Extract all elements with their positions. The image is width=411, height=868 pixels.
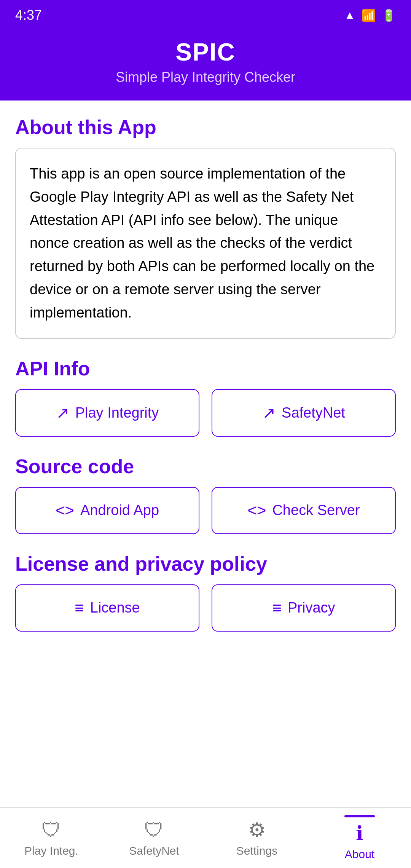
about-app-description: This app is an open source implementatio… — [30, 162, 381, 324]
status-icons: ▲ 📶 🔋 — [344, 9, 396, 22]
nav-play-integrity-icon: 🛡 — [41, 819, 61, 841]
main-content: About this App This app is an open sourc… — [0, 101, 411, 821]
license-privacy-section-title: License and privacy policy — [15, 552, 396, 575]
safetynet-button[interactable]: ↗ SafetyNet — [212, 389, 396, 437]
wifi-icon: ▲ — [344, 9, 355, 22]
battery-icon: 🔋 — [382, 9, 396, 22]
api-info-section-title: API Info — [15, 357, 396, 380]
license-button-label: License — [90, 600, 140, 616]
nav-safetynet-label: SafetyNet — [129, 844, 179, 857]
status-time: 4:37 — [15, 7, 42, 23]
safetynet-link-icon: ↗ — [262, 404, 276, 422]
license-button[interactable]: ≡ License — [15, 584, 199, 632]
nav-about[interactable]: ℹ About — [308, 808, 411, 868]
status-bar: 4:37 ▲ 📶 🔋 — [0, 0, 411, 30]
nav-about-label: About — [345, 848, 374, 861]
app-title: SPIC — [15, 38, 396, 66]
nav-safetynet-icon: 🛡 — [144, 819, 164, 841]
app-subtitle: Simple Play Integrity Checker — [15, 69, 396, 85]
privacy-button-label: Privacy — [288, 600, 335, 616]
nav-play-integrity[interactable]: 🛡 Play Integ. — [0, 808, 103, 868]
play-integrity-link-icon: ↗ — [56, 404, 69, 422]
check-server-code-icon: <> — [247, 501, 266, 520]
nav-safetynet[interactable]: 🛡 SafetyNet — [103, 808, 206, 868]
bottom-nav: 🛡 Play Integ. 🛡 SafetyNet ⚙ Settings ℹ A… — [0, 807, 411, 868]
nav-about-icon: ℹ — [356, 822, 363, 845]
check-server-button-label: Check Server — [272, 502, 360, 519]
nav-about-active-indicator — [344, 815, 375, 817]
nav-settings[interactable]: ⚙ Settings — [206, 808, 308, 868]
play-integrity-button-label: Play Integrity — [75, 405, 159, 421]
nav-play-integrity-label: Play Integ. — [24, 844, 78, 857]
privacy-list-icon: ≡ — [272, 599, 282, 617]
signal-icon: 📶 — [362, 9, 376, 22]
android-app-button-label: Android App — [80, 502, 159, 519]
privacy-button[interactable]: ≡ Privacy — [212, 584, 396, 632]
safetynet-button-label: SafetyNet — [282, 405, 345, 421]
check-server-button[interactable]: <> Check Server — [212, 487, 396, 534]
android-app-button[interactable]: <> Android App — [15, 487, 199, 534]
android-app-code-icon: <> — [56, 501, 74, 520]
nav-settings-label: Settings — [236, 844, 277, 857]
app-header: SPIC Simple Play Integrity Checker — [0, 30, 411, 101]
api-info-buttons: ↗ Play Integrity ↗ SafetyNet — [15, 389, 396, 437]
about-app-card: This app is an open source implementatio… — [15, 148, 396, 339]
license-list-icon: ≡ — [75, 599, 84, 617]
play-integrity-button[interactable]: ↗ Play Integrity — [15, 389, 199, 437]
source-code-buttons: <> Android App <> Check Server — [15, 487, 396, 534]
license-privacy-buttons: ≡ License ≡ Privacy — [15, 584, 396, 632]
nav-settings-icon: ⚙ — [248, 819, 266, 841]
about-app-section-title: About this App — [15, 116, 396, 139]
source-code-section-title: Source code — [15, 455, 396, 478]
